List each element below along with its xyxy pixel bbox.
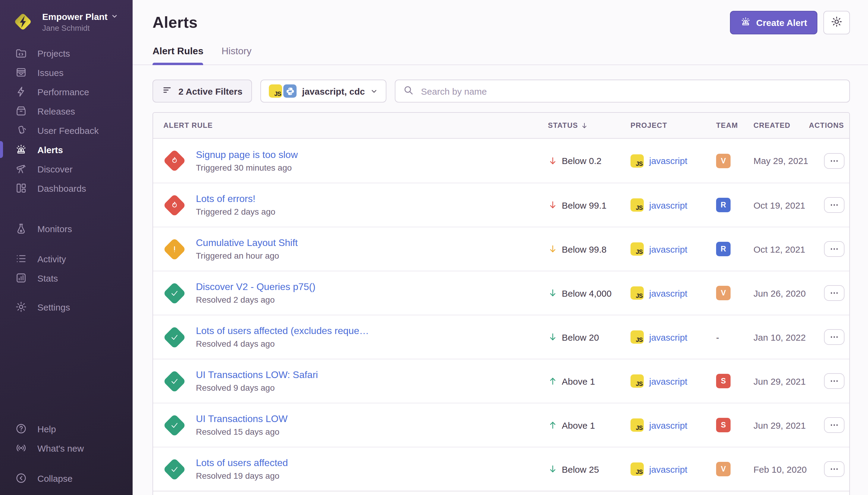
project-link[interactable]: javascript: [649, 332, 688, 342]
chevron-down-icon: [111, 13, 119, 20]
severity-icon: [163, 458, 186, 480]
sidebar-item-activity[interactable]: Activity: [0, 249, 133, 268]
row-actions-button[interactable]: [824, 417, 845, 433]
alert-rule-link[interactable]: Lots of users affected (excludes reque…: [196, 326, 369, 337]
alert-rule-link[interactable]: Discover V2 - Queries p75(): [196, 281, 315, 292]
tab-alert-rules[interactable]: Alert Rules: [153, 46, 204, 65]
sidebar-item-label: What's new: [37, 443, 84, 453]
column-header-status[interactable]: STATUS: [548, 121, 630, 130]
sidebar-item-label: Collapse: [37, 473, 73, 483]
sidebar-item-alerts[interactable]: Alerts: [0, 140, 133, 159]
search-input[interactable]: [420, 85, 841, 97]
sidebar-item-label: Stats: [37, 273, 58, 283]
row-actions-button[interactable]: [824, 461, 845, 477]
project-filter-label: javascript, cdc: [302, 86, 365, 96]
javascript-platform-icon: JS: [630, 242, 644, 256]
sidebar-item-label: Issues: [37, 67, 64, 78]
team-avatar: -: [716, 330, 731, 344]
sidebar-item-projects[interactable]: Projects: [0, 44, 133, 63]
sidebar-item-dashboards[interactable]: Dashboards: [0, 178, 133, 198]
created-date: Feb 10, 2020: [753, 464, 809, 474]
severity-icon: [163, 238, 186, 260]
project-link[interactable]: javascript: [649, 244, 688, 254]
severity-icon: [163, 414, 186, 437]
bar-chart-icon: [15, 272, 27, 284]
archive-icon: [15, 105, 27, 117]
alert-rule-subtitle: Resolved 19 days ago: [196, 471, 288, 480]
status-value: Below 4,000: [562, 288, 611, 298]
gear-icon: [15, 301, 27, 313]
row-actions-button[interactable]: [824, 241, 845, 257]
sidebar-item-discover[interactable]: Discover: [0, 159, 133, 178]
sort-descending-icon: [580, 121, 588, 129]
sidebar-item-settings[interactable]: Settings: [0, 297, 133, 317]
projects-icon: [15, 47, 27, 59]
alert-rule-link[interactable]: UI Transactions LOW: [196, 414, 288, 425]
alert-rule-link[interactable]: UI Transactions LOW: Safari: [196, 370, 318, 380]
table-row-partial: [153, 491, 849, 495]
sidebar-item-performance[interactable]: Performance: [0, 82, 133, 101]
sidebar-item-label: Alerts: [37, 144, 63, 155]
row-actions-button[interactable]: [824, 285, 845, 301]
project-link[interactable]: javascript: [649, 288, 688, 298]
created-date: Jun 26, 2020: [753, 288, 809, 298]
alert-rule-link[interactable]: Signup page is too slow: [196, 149, 298, 160]
sidebar-item-stats[interactable]: Stats: [0, 268, 133, 288]
javascript-platform-icon: JS: [630, 374, 644, 388]
sidebar-collapse-button[interactable]: Collapse: [0, 468, 133, 488]
status-value: Above 1: [562, 420, 595, 430]
javascript-platform-icon: JS: [630, 330, 644, 344]
table-header: ALERT RULE STATUS PROJECT TEAM CREATED A…: [153, 113, 849, 139]
python-platform-icon: [283, 84, 297, 98]
javascript-platform-icon: JS: [269, 84, 282, 98]
active-filters-button[interactable]: 2 Active Filters: [153, 80, 252, 102]
sidebar-item-label: Performance: [37, 86, 89, 97]
column-header-project[interactable]: PROJECT: [630, 121, 716, 130]
tab-history[interactable]: History: [222, 46, 251, 65]
alert-rule-link[interactable]: Cumulative Layout Shift: [196, 238, 298, 249]
project-link[interactable]: javascript: [649, 420, 688, 430]
status-arrow-icon: [548, 420, 558, 430]
project-filter-dropdown[interactable]: JS javascript, cdc: [260, 80, 386, 102]
sidebar-item-whats-new[interactable]: What's new: [0, 438, 133, 458]
org-switcher[interactable]: Empower Plant Jane Schmidt: [0, 0, 133, 33]
status-value: Below 20: [562, 332, 599, 342]
row-actions-button[interactable]: [824, 373, 845, 389]
severity-icon: [163, 326, 186, 348]
project-link[interactable]: javascript: [649, 376, 688, 386]
alert-rule-subtitle: Triggered 2 days ago: [196, 207, 276, 217]
row-actions-button[interactable]: [824, 197, 845, 213]
status-arrow-icon: [548, 200, 558, 210]
sidebar-item-monitors[interactable]: Monitors: [0, 219, 133, 238]
sidebar-item-releases[interactable]: Releases: [0, 101, 133, 121]
column-header-team[interactable]: TEAM: [716, 121, 753, 130]
sidebar-nav: Projects Issues Performance Releases Use…: [0, 44, 133, 317]
severity-icon: [163, 281, 186, 305]
alert-rule-subtitle: Resolved 4 days ago: [196, 339, 369, 348]
broadcast-icon: [15, 442, 27, 454]
user-name: Jane Schmidt: [42, 23, 119, 32]
alert-rule-link[interactable]: Lots of users affected: [196, 458, 288, 468]
team-avatar: S: [716, 418, 731, 432]
sidebar-item-issues[interactable]: Issues: [0, 63, 133, 82]
severity-icon: [163, 370, 186, 393]
status-value: Below 25: [562, 464, 599, 474]
created-date: Jun 29, 2021: [753, 420, 809, 430]
row-actions-button[interactable]: [824, 329, 845, 345]
alert-settings-button[interactable]: [823, 11, 850, 34]
project-link[interactable]: javascript: [649, 156, 688, 166]
list-icon: [15, 253, 27, 265]
sidebar-item-user-feedback[interactable]: User Feedback: [0, 121, 133, 140]
column-header-created[interactable]: CREATED: [753, 121, 809, 130]
column-header-alert-rule[interactable]: ALERT RULE: [163, 121, 548, 130]
sidebar-item-help[interactable]: Help: [0, 419, 133, 438]
sidebar-item-label: Projects: [37, 48, 70, 58]
dashboards-icon: [15, 182, 27, 194]
alert-rule-link[interactable]: Lots of errors!: [196, 193, 276, 204]
severity-icon: [163, 193, 186, 217]
project-link[interactable]: javascript: [649, 464, 688, 474]
create-alert-button[interactable]: Create Alert: [730, 11, 817, 34]
project-link[interactable]: javascript: [649, 200, 688, 210]
team-avatar: R: [716, 242, 731, 256]
row-actions-button[interactable]: [824, 153, 845, 169]
